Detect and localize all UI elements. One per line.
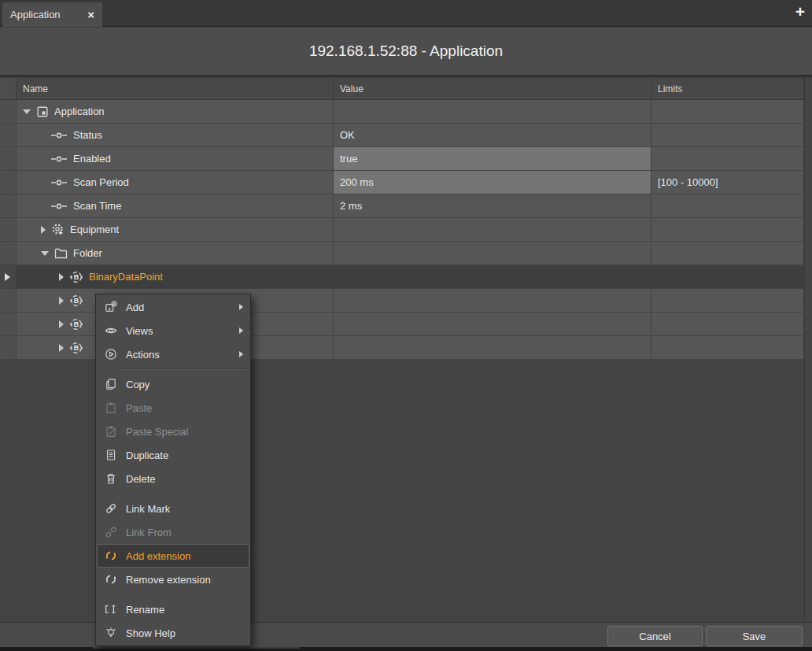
current-row-marker-icon bbox=[5, 273, 10, 281]
add-extension-icon bbox=[104, 549, 117, 563]
menu-item-duplicate[interactable]: Duplicate bbox=[96, 443, 250, 467]
context-menu: Add Views Actions bbox=[95, 294, 251, 646]
submenu-arrow-icon bbox=[239, 327, 243, 334]
row-value: 2 ms bbox=[334, 194, 651, 218]
row-gutter bbox=[0, 265, 17, 289]
scrollbar-track[interactable] bbox=[804, 78, 812, 622]
tree-row-binarydatapoint[interactable]: B BinaryDataPoint bbox=[0, 265, 804, 289]
menu-item-views[interactable]: Views bbox=[96, 319, 250, 342]
add-node-icon bbox=[104, 301, 117, 314]
row-gutter bbox=[0, 124, 17, 147]
tab-label: Application bbox=[10, 9, 61, 20]
new-tab-button[interactable]: + bbox=[795, 2, 805, 21]
row-value bbox=[334, 100, 651, 124]
property-icon bbox=[50, 179, 68, 187]
row-gutter bbox=[0, 100, 17, 124]
copy-icon bbox=[104, 378, 117, 391]
paste-special-icon bbox=[104, 425, 117, 438]
menu-item-remove-extension[interactable]: Remove extension bbox=[96, 568, 250, 591]
menu-item-rename[interactable]: Rename bbox=[96, 597, 250, 621]
value-field-enabled[interactable]: true bbox=[334, 147, 651, 171]
rename-icon bbox=[104, 603, 117, 616]
folder-icon bbox=[54, 248, 68, 259]
row-value bbox=[334, 313, 651, 336]
row-gutter bbox=[0, 313, 17, 336]
tree-row-folder[interactable]: Folder bbox=[0, 242, 804, 265]
row-value bbox=[334, 289, 651, 313]
binary-datapoint-icon: B bbox=[69, 294, 83, 308]
cancel-button[interactable]: Cancel bbox=[607, 626, 703, 646]
menu-item-add[interactable]: Add bbox=[96, 295, 250, 319]
row-value bbox=[334, 265, 651, 289]
menu-item-actions[interactable]: Actions bbox=[96, 342, 250, 366]
row-name: Application bbox=[54, 105, 105, 117]
svg-text:B: B bbox=[74, 344, 79, 352]
tree-row-equipment[interactable]: Equipment bbox=[0, 218, 804, 242]
column-header-limits[interactable]: Limits bbox=[651, 78, 804, 99]
application-icon bbox=[36, 105, 49, 118]
menu-item-show-help[interactable]: Show Help bbox=[96, 621, 250, 645]
row-limits: [100 - 10000] bbox=[651, 171, 804, 194]
tab-application[interactable]: Application × bbox=[2, 2, 102, 27]
save-button[interactable]: Save bbox=[706, 626, 803, 646]
binary-datapoint-icon: B bbox=[69, 341, 83, 355]
row-gutter bbox=[0, 242, 17, 265]
expand-arrow-icon[interactable] bbox=[23, 109, 31, 114]
menu-item-copy[interactable]: Copy bbox=[96, 372, 250, 396]
application-window: Application × + 192.168.1.52:88 - Applic… bbox=[0, 0, 812, 651]
column-header-value[interactable]: Value bbox=[334, 78, 651, 99]
value-field-scan-period[interactable]: 200 ms bbox=[334, 171, 651, 194]
tree-row-enabled[interactable]: Enabled true bbox=[0, 147, 804, 171]
expand-arrow-icon[interactable] bbox=[59, 273, 64, 281]
row-limits bbox=[651, 100, 804, 124]
row-name: Enabled bbox=[73, 153, 111, 165]
tree-row-scan-time[interactable]: Scan Time 2 ms bbox=[0, 194, 804, 218]
property-icon bbox=[50, 202, 68, 210]
close-icon[interactable]: × bbox=[87, 9, 94, 20]
row-limits bbox=[651, 336, 804, 360]
menu-item-link-mark[interactable]: Link Mark bbox=[96, 497, 250, 520]
row-limits bbox=[651, 194, 804, 218]
row-name: Scan Period bbox=[73, 176, 129, 188]
table-header: Name Value Limits bbox=[0, 78, 804, 100]
tree-row-scan-period[interactable]: Scan Period 200 ms [100 - 10000] bbox=[0, 171, 804, 194]
window-bottom-edge-highlight bbox=[93, 647, 300, 649]
row-value: OK bbox=[334, 124, 651, 147]
link-icon bbox=[104, 502, 117, 516]
menu-item-delete[interactable]: Delete bbox=[96, 467, 250, 490]
row-value bbox=[334, 336, 651, 360]
menu-item-paste-special: Paste Special bbox=[96, 420, 250, 443]
binary-datapoint-icon: B bbox=[69, 270, 83, 284]
row-limits bbox=[651, 147, 804, 171]
row-limits bbox=[651, 313, 804, 336]
tree-row-status[interactable]: Status OK bbox=[0, 124, 804, 147]
row-name: BinaryDataPoint bbox=[89, 271, 163, 283]
submenu-arrow-icon bbox=[239, 351, 243, 357]
link-broken-icon bbox=[104, 526, 117, 539]
menu-item-link-from: Link From bbox=[96, 520, 250, 544]
binary-datapoint-icon: B bbox=[69, 317, 83, 331]
expand-arrow-icon[interactable] bbox=[59, 320, 64, 328]
expand-arrow-icon[interactable] bbox=[41, 251, 49, 256]
trash-icon bbox=[104, 472, 117, 486]
submenu-arrow-icon bbox=[239, 304, 243, 310]
expand-arrow-icon[interactable] bbox=[41, 226, 46, 234]
row-name: Status bbox=[73, 129, 102, 141]
page-title: 192.168.1.52:88 - Application bbox=[309, 43, 503, 60]
expand-arrow-icon[interactable] bbox=[59, 297, 64, 305]
row-value bbox=[334, 218, 651, 242]
equipment-gear-icon bbox=[51, 223, 65, 236]
connection-title-bar: 192.168.1.52:88 - Application bbox=[0, 28, 812, 76]
expand-arrow-icon[interactable] bbox=[59, 344, 64, 352]
menu-item-add-extension[interactable]: Add extension bbox=[97, 544, 249, 568]
column-header-name[interactable]: Name bbox=[17, 78, 334, 99]
row-limits bbox=[651, 124, 804, 147]
row-name: Scan Time bbox=[73, 200, 121, 212]
row-gutter bbox=[0, 218, 17, 242]
row-gutter bbox=[0, 171, 17, 194]
row-limits bbox=[651, 265, 804, 289]
tree-row-application[interactable]: Application bbox=[0, 100, 804, 124]
paste-icon bbox=[104, 401, 117, 415]
menu-separator bbox=[120, 594, 245, 595]
row-gutter bbox=[0, 147, 17, 171]
